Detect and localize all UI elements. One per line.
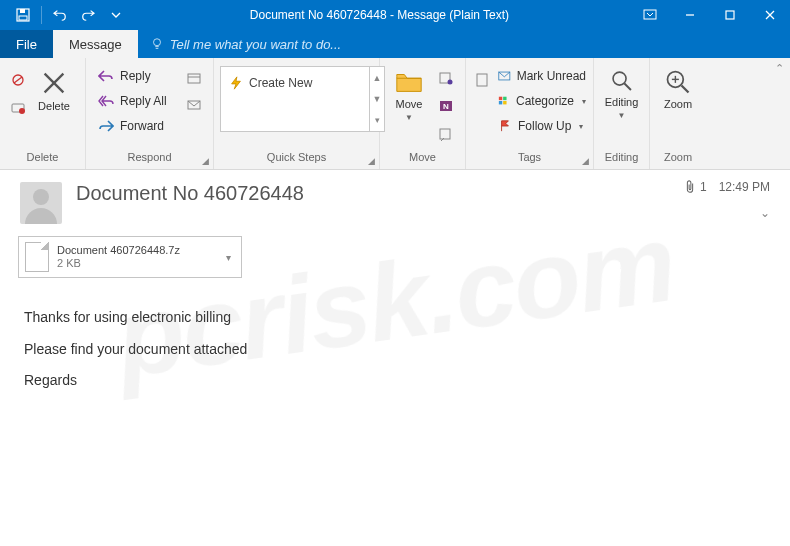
find-icon <box>609 68 635 94</box>
collapse-ribbon-icon[interactable]: ⌃ <box>775 62 784 75</box>
group-tags: Mark Unread Categorize▾ Follow Up▾ Tags◢ <box>466 58 594 169</box>
svg-line-32 <box>624 83 631 90</box>
attachment-name: Document 460726448.7z <box>57 244 213 257</box>
tell-me-label: Tell me what you want to do... <box>170 37 342 52</box>
chevron-down-icon: ▼ <box>405 113 413 122</box>
meeting-button[interactable] <box>183 66 205 90</box>
svg-point-37 <box>33 189 49 205</box>
redo-icon[interactable] <box>75 2 101 28</box>
paperclip-icon <box>684 180 696 194</box>
dialog-launcher-icon[interactable]: ◢ <box>199 156 211 168</box>
reply-all-icon <box>98 94 114 108</box>
assign-policy-button[interactable] <box>472 68 492 92</box>
quick-steps-gallery[interactable]: Create New <box>220 66 370 132</box>
message-body: Thanks for using electronic billing Plea… <box>0 288 790 421</box>
svg-rect-24 <box>440 129 450 139</box>
tell-me-search[interactable]: Tell me what you want to do... <box>138 30 790 58</box>
categorize-icon <box>498 95 510 107</box>
reply-icon <box>98 69 114 83</box>
group-zoom: Zoom Zoom <box>650 58 706 169</box>
svg-line-12 <box>14 77 22 83</box>
actions-button[interactable] <box>434 122 458 146</box>
categorize-button[interactable]: Categorize▾ <box>492 89 592 113</box>
delete-button[interactable]: Delete <box>30 62 78 112</box>
onenote-button[interactable]: N <box>434 94 458 118</box>
received-time: 12:49 PM <box>719 180 770 194</box>
group-respond: Reply Reply All Forward Respond◢ <box>86 58 214 169</box>
svg-rect-3 <box>644 10 656 19</box>
forward-icon <box>98 119 114 133</box>
group-delete: Delete Delete <box>0 58 86 169</box>
svg-line-34 <box>682 86 689 93</box>
group-move: Move▼ N Move <box>380 58 466 169</box>
svg-rect-25 <box>477 74 487 86</box>
flag-icon <box>498 120 512 132</box>
delete-icon <box>39 68 69 98</box>
message-subject: Document No 460726448 <box>76 182 304 205</box>
more-respond-button[interactable] <box>183 94 205 118</box>
lightning-icon <box>229 76 243 90</box>
editing-button[interactable]: Editing▼ <box>600 62 643 121</box>
svg-point-21 <box>447 80 452 85</box>
maximize-button[interactable] <box>710 0 750 30</box>
ribbon-display-options-icon[interactable] <box>630 0 670 30</box>
message-header: Document No 460726448 1 12:49 PM ⌄ <box>0 170 790 232</box>
svg-rect-30 <box>503 101 506 104</box>
forward-button[interactable]: Forward <box>92 114 181 138</box>
minimize-button[interactable] <box>670 0 710 30</box>
envelope-icon <box>498 70 511 82</box>
attachment-dropdown-icon[interactable]: ▾ <box>221 252 235 263</box>
folder-icon <box>394 68 424 96</box>
move-button[interactable]: Move▼ <box>386 62 432 123</box>
attachment-count: 1 <box>700 180 707 194</box>
tab-file[interactable]: File <box>0 30 53 58</box>
group-quick-steps: Create New ▲ ▼ ▾ Quick Steps◢ <box>214 58 380 169</box>
svg-rect-28 <box>503 97 506 100</box>
quick-access-toolbar <box>0 2 129 28</box>
svg-rect-17 <box>188 74 200 83</box>
body-line: Please find your document attached <box>24 340 766 360</box>
junk-button[interactable] <box>7 96 29 120</box>
close-button[interactable] <box>750 0 790 30</box>
rules-button[interactable] <box>434 66 458 90</box>
svg-rect-27 <box>499 97 502 100</box>
sender-avatar <box>20 182 62 224</box>
qat-more-icon[interactable] <box>103 2 129 28</box>
follow-up-button[interactable]: Follow Up▾ <box>492 114 592 138</box>
svg-rect-29 <box>499 101 502 104</box>
svg-point-14 <box>19 108 25 114</box>
reply-button[interactable]: Reply <box>92 64 181 88</box>
group-move-label: Move <box>380 151 465 169</box>
title-bar: Document No 460726448 - Message (Plain T… <box>0 0 790 30</box>
save-icon[interactable] <box>10 2 36 28</box>
ribbon-tabs: File Message Tell me what you want to do… <box>0 30 790 58</box>
window-controls <box>630 0 790 30</box>
svg-text:N: N <box>443 102 449 111</box>
svg-point-8 <box>153 39 160 46</box>
tab-message[interactable]: Message <box>53 30 138 58</box>
undo-icon[interactable] <box>47 2 73 28</box>
zoom-button[interactable]: Zoom <box>656 62 700 110</box>
attachment-indicator: 1 <box>684 180 707 194</box>
svg-rect-5 <box>726 11 734 19</box>
attachment-item[interactable]: Document 460726448.7z 2 KB ▾ <box>18 236 242 278</box>
group-zoom-label: Zoom <box>650 151 706 169</box>
lightbulb-icon <box>150 37 164 51</box>
reply-all-button[interactable]: Reply All <box>92 89 181 113</box>
attachment-size: 2 KB <box>57 257 213 270</box>
expand-header-icon[interactable]: ⌄ <box>760 206 770 220</box>
delete-caption: Delete <box>38 100 70 112</box>
group-respond-label: Respond◢ <box>86 151 213 169</box>
dialog-launcher-icon[interactable]: ◢ <box>365 156 377 168</box>
person-icon <box>20 182 62 224</box>
ignore-button[interactable] <box>7 68 29 92</box>
svg-point-31 <box>613 72 626 85</box>
quick-step-create-new[interactable]: Create New <box>221 67 369 99</box>
group-delete-label: Delete <box>0 151 85 169</box>
window-title: Document No 460726448 - Message (Plain T… <box>129 8 630 22</box>
dialog-launcher-icon[interactable]: ◢ <box>579 156 591 168</box>
svg-rect-2 <box>19 16 27 20</box>
mark-unread-button[interactable]: Mark Unread <box>492 64 592 88</box>
zoom-icon <box>664 68 692 96</box>
group-editing: Editing▼ Editing <box>594 58 650 169</box>
